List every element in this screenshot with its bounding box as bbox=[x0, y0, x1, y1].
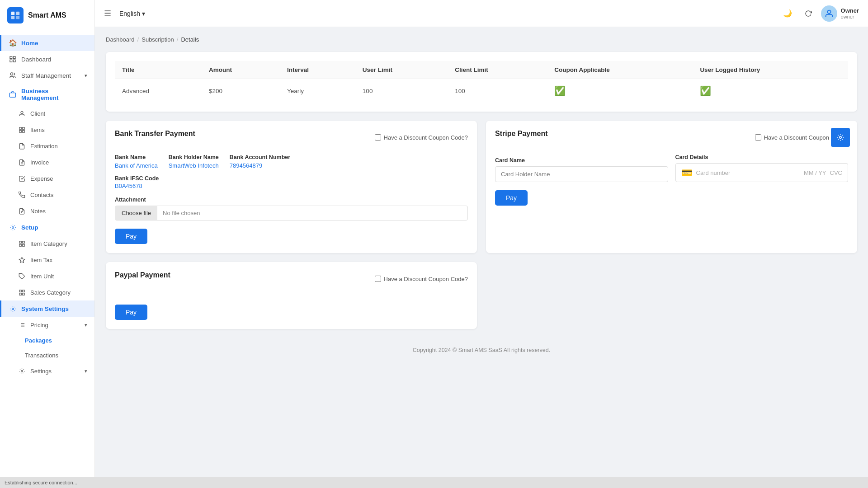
svg-rect-6 bbox=[10, 60, 12, 62]
sidebar-label-sales-category: Sales Category bbox=[30, 289, 71, 296]
svg-rect-11 bbox=[19, 127, 21, 129]
sidebar-label-item-unit: Item Unit bbox=[30, 273, 54, 280]
dark-mode-button[interactable]: 🌙 bbox=[779, 5, 796, 22]
svg-rect-3 bbox=[16, 16, 19, 19]
card-icon: 💳 bbox=[681, 167, 693, 178]
sidebar-label-invoice: Invoice bbox=[30, 159, 49, 166]
sidebar-item-pricing[interactable]: Pricing ▾ bbox=[0, 317, 94, 333]
svg-point-19 bbox=[12, 226, 14, 228]
subscription-table: Title Amount Interval User Limit Client … bbox=[115, 61, 848, 103]
col-user-limit: User Limit bbox=[355, 61, 448, 79]
chevron-staff-icon: ▾ bbox=[85, 73, 87, 79]
col-coupon: Coupon Applicable bbox=[547, 61, 693, 79]
sidebar-label-staff: Staff Management bbox=[21, 72, 71, 79]
stripe-details-col: Card Details 💳 Card number MM / YY CVC bbox=[675, 154, 849, 182]
sidebar-item-setup[interactable]: Setup bbox=[0, 219, 94, 235]
sidebar-label-pricing: Pricing bbox=[30, 322, 48, 328]
stripe-coupon-checkbox[interactable] bbox=[755, 134, 761, 141]
svg-marker-24 bbox=[19, 257, 25, 263]
item-unit-icon bbox=[18, 272, 26, 280]
subscription-table-card: Title Amount Interval User Limit Client … bbox=[106, 52, 857, 112]
user-role: owner bbox=[841, 14, 859, 19]
sidebar-label-bm: Business Management bbox=[21, 88, 87, 101]
svg-rect-26 bbox=[19, 290, 21, 291]
col-client-limit: Client Limit bbox=[448, 61, 547, 79]
system-settings-icon bbox=[9, 305, 17, 313]
svg-point-8 bbox=[10, 73, 13, 75]
user-menu[interactable]: Owner owner bbox=[821, 5, 859, 22]
stripe-settings-button[interactable] bbox=[831, 128, 850, 147]
choose-file-button[interactable]: Choose file bbox=[115, 206, 157, 220]
sidebar-item-items[interactable]: Items bbox=[0, 122, 94, 138]
sidebar-item-item-tax[interactable]: Item Tax bbox=[0, 252, 94, 268]
sidebar-item-contacts[interactable]: Contacts bbox=[0, 187, 94, 203]
bank-pay-button[interactable]: Pay bbox=[115, 229, 147, 244]
sidebar-item-home[interactable]: 🏠 Home bbox=[0, 35, 94, 51]
chevron-pricing-icon: ▾ bbox=[85, 322, 87, 328]
item-tax-icon bbox=[18, 256, 26, 264]
svg-rect-0 bbox=[11, 12, 14, 15]
bank-coupon-label[interactable]: Have a Discount Coupon Code? bbox=[375, 134, 468, 141]
sidebar-item-transactions[interactable]: Transactions bbox=[0, 348, 94, 363]
row-interval: Yearly bbox=[280, 79, 355, 103]
sidebar-item-invoice[interactable]: Invoice bbox=[0, 154, 94, 170]
paypal-payment-title: Paypal Payment bbox=[115, 271, 170, 279]
bank-coupon-checkbox[interactable] bbox=[375, 134, 381, 141]
avatar bbox=[821, 5, 837, 22]
stripe-card-name-input[interactable] bbox=[495, 166, 668, 182]
paypal-coupon-label[interactable]: Have a Discount Coupon Code? bbox=[375, 276, 468, 282]
breadcrumb-subscription[interactable]: Subscription bbox=[142, 36, 174, 43]
staff-icon bbox=[9, 71, 17, 80]
sidebar-label-setup: Setup bbox=[21, 224, 38, 231]
setup-icon bbox=[9, 223, 17, 231]
bank-coupon-text: Have a Discount Coupon Code? bbox=[384, 134, 468, 141]
svg-rect-22 bbox=[19, 244, 21, 246]
stripe-card-number-wrap[interactable]: 💳 Card number MM / YY CVC bbox=[675, 163, 849, 182]
sidebar-item-notes[interactable]: Notes bbox=[0, 203, 94, 219]
svg-rect-1 bbox=[16, 12, 19, 15]
business-icon bbox=[9, 90, 17, 99]
sidebar-item-system-settings[interactable]: System Settings bbox=[0, 300, 94, 317]
sidebar-item-item-category[interactable]: Item Category bbox=[0, 235, 94, 252]
bank-holder-label: Bank Holder Name bbox=[169, 154, 219, 160]
sidebar-item-item-unit[interactable]: Item Unit bbox=[0, 268, 94, 284]
svg-rect-12 bbox=[22, 127, 24, 129]
refresh-button[interactable] bbox=[800, 5, 816, 22]
row-coupon-applicable: ✅ bbox=[547, 79, 693, 103]
bank-account-value: 7894564879 bbox=[230, 162, 290, 169]
breadcrumb-sep-1: / bbox=[137, 36, 139, 43]
hamburger-icon[interactable]: ☰ bbox=[104, 9, 111, 19]
stripe-pay-button[interactable]: Pay bbox=[495, 190, 528, 206]
sidebar-item-estimation[interactable]: Estimation bbox=[0, 138, 94, 154]
sidebar-item-business-management[interactable]: Business Management bbox=[0, 84, 94, 105]
row-client-limit: 100 bbox=[448, 79, 547, 103]
sidebar-item-client[interactable]: Client bbox=[0, 105, 94, 122]
sidebar-item-expense[interactable]: Expense bbox=[0, 170, 94, 187]
stripe-payment-title: Stripe Payment bbox=[495, 130, 547, 138]
language-selector[interactable]: English ▾ bbox=[116, 8, 149, 19]
bank-account-group: Bank Account Number 7894564879 bbox=[230, 154, 290, 169]
stripe-card-details-label: Card Details bbox=[675, 154, 849, 160]
card-number-placeholder: Card number bbox=[696, 169, 800, 176]
sidebar-item-packages[interactable]: Packages bbox=[0, 333, 94, 348]
paypal-pay-button[interactable]: Pay bbox=[115, 305, 147, 320]
sidebar-label-item-category: Item Category bbox=[30, 240, 67, 247]
col-user-history: User Logged History bbox=[693, 61, 848, 79]
svg-rect-21 bbox=[22, 241, 24, 243]
sidebar-item-dashboard[interactable]: Dashboard bbox=[0, 51, 94, 67]
statusbar-text: Establishing secure connection... bbox=[5, 480, 77, 485]
home-icon: 🏠 bbox=[9, 39, 17, 47]
attachment-section: Attachment Choose file No file chosen bbox=[115, 197, 468, 221]
bank-ifsc-value: B0A45678 bbox=[115, 183, 468, 189]
sidebar-item-staff-management[interactable]: Staff Management ▾ bbox=[0, 67, 94, 84]
sidebar-item-sales-category[interactable]: Sales Category bbox=[0, 284, 94, 300]
breadcrumb-dashboard[interactable]: Dashboard bbox=[106, 36, 135, 43]
col-title: Title bbox=[115, 61, 202, 79]
sidebar-label-notes: Notes bbox=[30, 208, 46, 215]
svg-rect-27 bbox=[22, 290, 24, 291]
notes-icon bbox=[18, 207, 26, 215]
sidebar-label-dashboard: Dashboard bbox=[21, 56, 51, 63]
sidebar-item-settings[interactable]: Settings ▾ bbox=[0, 363, 94, 379]
paypal-coupon-checkbox[interactable] bbox=[375, 276, 381, 282]
language-arrow-icon: ▾ bbox=[142, 10, 145, 17]
